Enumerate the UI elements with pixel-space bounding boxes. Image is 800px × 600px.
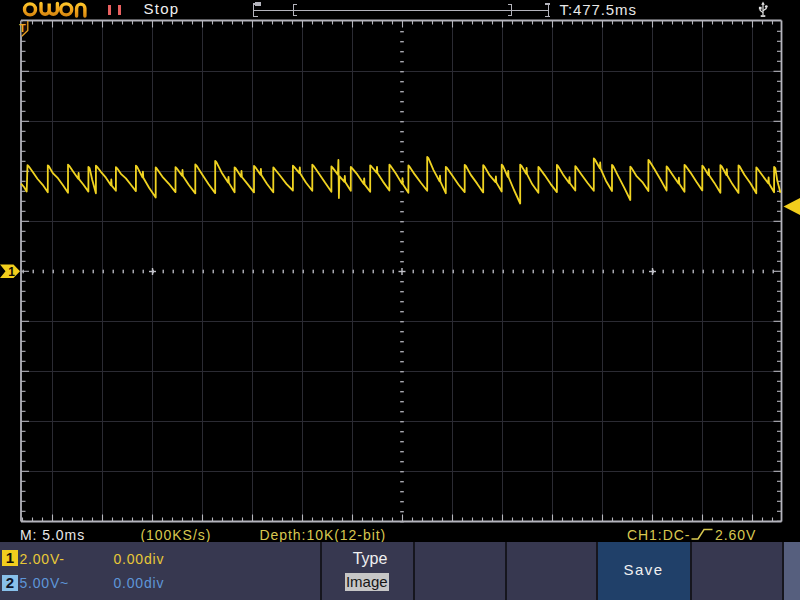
svg-text:1: 1 bbox=[8, 265, 15, 279]
svg-text:T: T bbox=[19, 22, 26, 34]
